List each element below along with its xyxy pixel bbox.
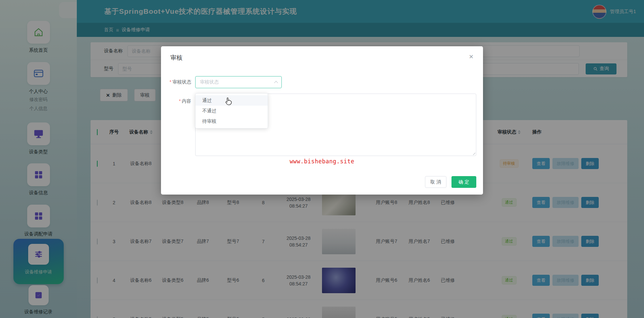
cancel-button[interactable]: 取 消 bbox=[425, 176, 446, 188]
status-dropdown: 通过 不通过 待审核 bbox=[195, 93, 268, 128]
watermark: www.bishebang.site bbox=[161, 158, 483, 165]
select-placeholder: 审核状态 bbox=[200, 79, 219, 85]
dialog-title: 审核 bbox=[170, 54, 182, 62]
confirm-button[interactable]: 确 定 bbox=[451, 176, 476, 188]
audit-status-select[interactable]: 审核状态 bbox=[195, 76, 282, 88]
close-icon[interactable]: ✕ bbox=[467, 53, 476, 61]
dropdown-option-pending[interactable]: 待审核 bbox=[196, 116, 268, 126]
content-label: *内容 bbox=[161, 98, 191, 104]
chevron-up-icon bbox=[274, 81, 278, 85]
dropdown-option-fail[interactable]: 不通过 bbox=[196, 106, 268, 116]
dropdown-option-pass[interactable]: 通过 bbox=[196, 95, 268, 106]
audit-dialog: 审核 ✕ *审核状态 审核状态 *内容 通过 不通过 待审核 www.bishe… bbox=[161, 46, 483, 195]
audit-status-label: *审核状态 bbox=[161, 79, 191, 85]
